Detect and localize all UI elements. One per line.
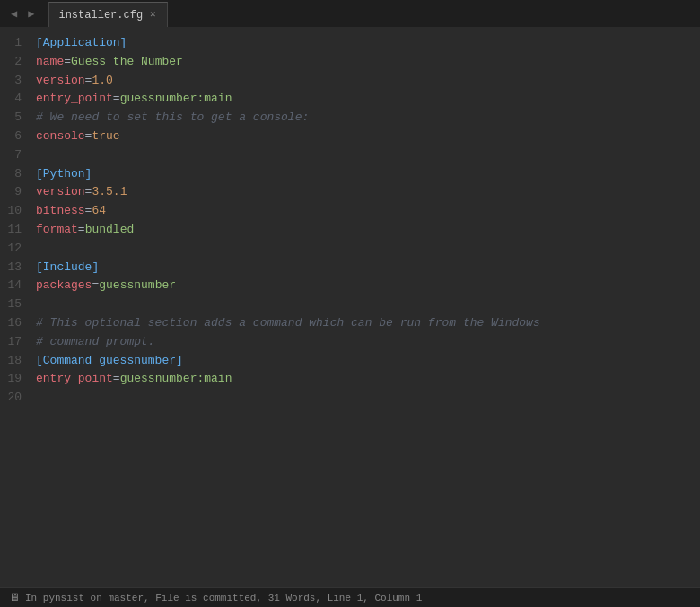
line-numbers: 1234567891011121314151617181920 (0, 27, 32, 587)
code-token: version (36, 183, 85, 202)
line-number: 5 (7, 109, 22, 128)
nav-forward-icon[interactable]: ▶ (24, 5, 38, 22)
code-token: version (36, 72, 85, 91)
code-token: guessnumber:main (120, 370, 232, 389)
code-token: bitness (36, 202, 85, 221)
line-number: 15 (7, 295, 22, 314)
code-token: guessnumber (99, 277, 176, 295)
code-line: version=1.0 (36, 72, 700, 91)
code-line: [Command guessnumber] (36, 352, 700, 371)
line-number: 6 (7, 128, 22, 146)
code-token: true (92, 128, 119, 146)
title-bar: ◀ ▶ installer.cfg ✕ (0, 0, 700, 27)
code-token: [Python] (36, 165, 92, 184)
editor-area: 1234567891011121314151617181920 [Applica… (0, 27, 700, 587)
code-line: bitness=64 (36, 202, 700, 221)
code-token: = (85, 202, 92, 221)
code-token: # We need to set this to get a console: (36, 109, 309, 128)
code-token: 3.5.1 (92, 183, 127, 202)
code-token: # command prompt. (36, 333, 155, 352)
line-number: 17 (7, 333, 22, 352)
code-token: entry_point (36, 370, 113, 389)
line-number: 14 (7, 277, 22, 295)
status-text: In pynsist on master, File is committed,… (25, 593, 422, 603)
code-token: # This optional section adds a command w… (36, 314, 540, 333)
line-number: 2 (7, 53, 22, 72)
code-token: = (85, 128, 92, 146)
line-number: 13 (7, 259, 22, 277)
code-line: # This optional section adds a command w… (36, 314, 700, 333)
code-line: entry_point=guessnumber:main (36, 90, 700, 109)
code-line: packages=guessnumber (36, 277, 700, 295)
line-number: 9 (7, 183, 22, 202)
nav-arrows[interactable]: ◀ ▶ (7, 5, 38, 22)
code-token: 64 (92, 202, 106, 221)
status-icon: 🖥 (9, 591, 20, 604)
code-line (36, 389, 700, 408)
code-token: bundled (85, 221, 135, 240)
line-number: 7 (7, 146, 22, 165)
line-number: 8 (7, 165, 22, 184)
code-token: [Application] (36, 34, 127, 53)
code-token: console (36, 128, 85, 146)
code-line: entry_point=guessnumber:main (36, 370, 700, 389)
code-token: entry_point (36, 90, 113, 109)
code-line: [Include] (36, 259, 700, 277)
line-number: 3 (7, 72, 22, 91)
code-token: 1.0 (92, 72, 112, 91)
code-token: = (113, 90, 120, 109)
code-line: # We need to set this to get a console: (36, 109, 700, 128)
close-icon[interactable]: ✕ (150, 10, 156, 20)
line-number: 1 (7, 34, 22, 53)
line-number: 18 (7, 352, 22, 371)
code-area[interactable]: [Application]name=Guess the Numberversio… (32, 27, 700, 587)
line-number: 4 (7, 90, 22, 109)
file-tab[interactable]: installer.cfg ✕ (48, 2, 167, 27)
code-token: format (36, 221, 78, 240)
code-line: # command prompt. (36, 333, 700, 352)
line-number: 20 (7, 389, 22, 408)
code-line: console=true (36, 128, 700, 146)
code-token: = (78, 221, 85, 240)
line-number: 11 (7, 221, 22, 240)
code-token: guessnumber:main (120, 90, 232, 109)
code-line: format=bundled (36, 221, 700, 240)
line-number: 19 (7, 370, 22, 389)
line-number: 12 (7, 240, 22, 259)
code-line: [Application] (36, 34, 700, 53)
code-token: Guess the Number (71, 53, 183, 72)
code-token: [Include] (36, 259, 99, 277)
code-token: = (85, 183, 92, 202)
code-token: [Command guessnumber] (36, 352, 183, 371)
code-line: version=3.5.1 (36, 183, 700, 202)
code-token: = (64, 53, 71, 72)
code-token: packages (36, 277, 92, 295)
code-line (36, 295, 700, 314)
code-token: = (85, 72, 92, 91)
nav-back-icon[interactable]: ◀ (7, 5, 21, 22)
tab-label: installer.cfg (58, 9, 143, 22)
status-bar: 🖥 In pynsist on master, File is committe… (0, 587, 700, 607)
code-token: = (92, 277, 99, 295)
line-number: 16 (7, 314, 22, 333)
code-line: [Python] (36, 165, 700, 184)
code-line (36, 240, 700, 259)
code-token: name (36, 53, 64, 72)
line-number: 10 (7, 202, 22, 221)
code-line (36, 146, 700, 165)
code-token: = (113, 370, 120, 389)
code-line: name=Guess the Number (36, 53, 700, 72)
